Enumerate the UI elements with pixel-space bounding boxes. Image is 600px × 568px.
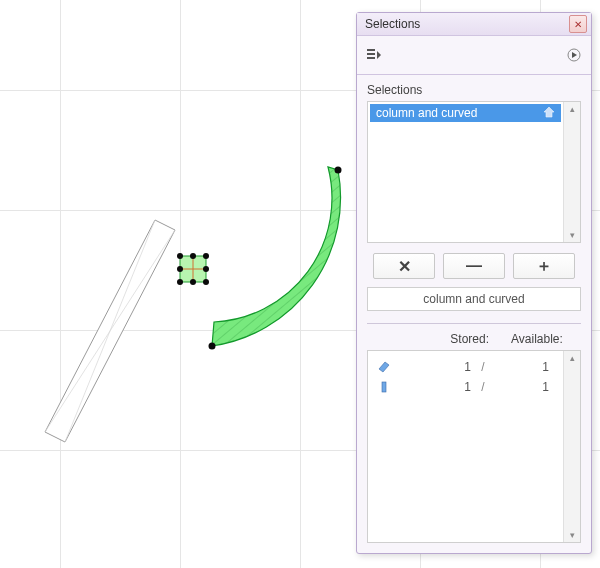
stored-header-available: Available: <box>507 332 581 346</box>
svg-point-4 <box>209 343 216 350</box>
scroll-up-icon[interactable]: ▴ <box>570 353 575 363</box>
selections-section-label: Selections <box>357 75 591 101</box>
svg-rect-18 <box>367 53 375 55</box>
svg-point-16 <box>203 266 209 272</box>
svg-point-11 <box>177 279 183 285</box>
svg-point-5 <box>335 167 342 174</box>
svg-point-12 <box>203 279 209 285</box>
stored-count: 1 <box>396 360 477 374</box>
selection-name-field[interactable]: column and curved <box>367 287 581 311</box>
svg-point-15 <box>177 266 183 272</box>
svg-point-9 <box>177 253 183 259</box>
palette-divider <box>367 323 581 324</box>
stored-row[interactable]: 1 / 1 <box>372 357 559 377</box>
selection-buttons-row: ✕ — ＋ <box>357 243 591 285</box>
palette-toolbar <box>357 36 591 75</box>
stored-slash: / <box>477 380 489 394</box>
svg-line-2 <box>65 220 155 442</box>
available-count: 1 <box>489 380 559 394</box>
stored-header-stored: Stored: <box>407 332 495 346</box>
selections-palette[interactable]: Selections ✕ Selections column and curve… <box>356 12 592 554</box>
close-icon[interactable]: ✕ <box>569 15 587 33</box>
stored-row[interactable]: 1 / 1 <box>372 377 559 397</box>
selection-name-value: column and curved <box>423 292 524 306</box>
svg-point-14 <box>190 279 196 285</box>
curved-wall-element[interactable] <box>209 167 342 350</box>
svg-rect-17 <box>367 49 375 51</box>
svg-point-10 <box>203 253 209 259</box>
svg-point-13 <box>190 253 196 259</box>
palette-flyout-icon[interactable] <box>565 46 583 64</box>
scroll-down-icon[interactable]: ▾ <box>570 230 575 240</box>
delete-selection-button[interactable]: ✕ <box>373 253 435 279</box>
palette-menu-icon[interactable] <box>365 46 383 64</box>
scroll-down-icon[interactable]: ▾ <box>570 530 575 540</box>
palette-titlebar[interactable]: Selections ✕ <box>357 13 591 36</box>
stored-slash: / <box>477 360 489 374</box>
palette-title: Selections <box>365 17 420 31</box>
scroll-up-icon[interactable]: ▴ <box>570 104 575 114</box>
stored-list-scrollbar[interactable]: ▴ ▾ <box>563 351 580 542</box>
add-to-selection-button[interactable]: ＋ <box>513 253 575 279</box>
wall-icon <box>372 360 396 374</box>
selection-item-label: column and curved <box>376 106 477 120</box>
stored-list[interactable]: 1 / 1 1 / 1 ▴ ▾ <box>367 350 581 543</box>
stored-header: Stored: Available: <box>367 328 581 350</box>
svg-rect-19 <box>367 57 375 59</box>
column-icon <box>372 380 396 394</box>
column-element[interactable] <box>177 253 209 285</box>
svg-rect-21 <box>382 382 386 392</box>
selection-item[interactable]: column and curved <box>370 104 561 122</box>
stored-count: 1 <box>396 380 477 394</box>
available-count: 1 <box>489 360 559 374</box>
home-icon <box>543 106 555 121</box>
slab-element[interactable] <box>45 220 175 442</box>
selection-list-scrollbar[interactable]: ▴ ▾ <box>563 102 580 242</box>
selection-list[interactable]: column and curved ▴ ▾ <box>367 101 581 243</box>
remove-from-selection-button[interactable]: — <box>443 253 505 279</box>
